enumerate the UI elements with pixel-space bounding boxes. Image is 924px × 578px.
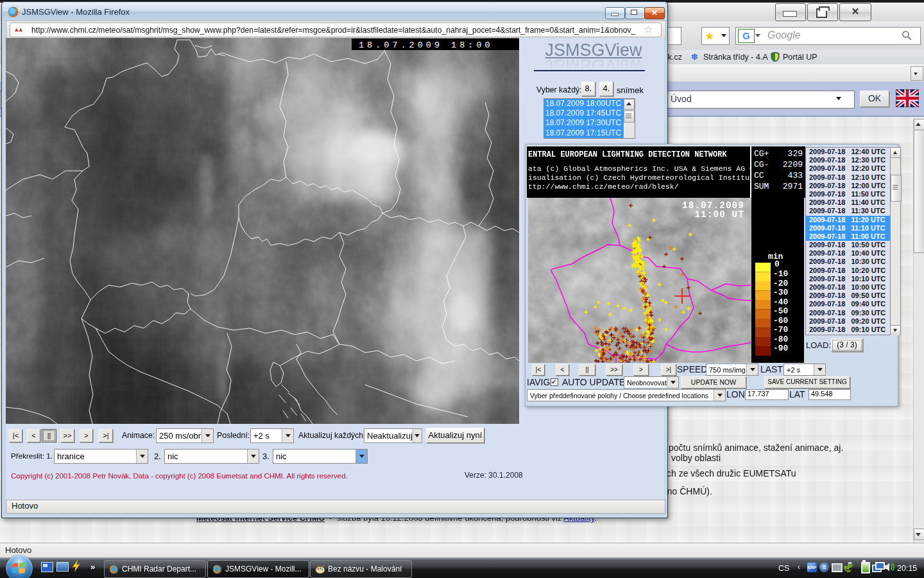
svg-text:-50: -50 bbox=[773, 306, 789, 316]
svg-text:-80: -80 bbox=[773, 335, 789, 344]
svg-text:-10: -10 bbox=[773, 269, 789, 279]
svg-text:-30: -30 bbox=[773, 288, 789, 297]
svg-text:-20: -20 bbox=[773, 279, 789, 288]
svg-text:-60: -60 bbox=[773, 316, 789, 326]
svg-text:0: 0 bbox=[774, 259, 780, 269]
svg-text:-70: -70 bbox=[773, 325, 789, 335]
svg-text:18.07.2009 18:00: 18.07.2009 18:00 bbox=[359, 40, 493, 50]
svg-text:11:00 UT: 11:00 UT bbox=[694, 209, 744, 220]
svg-text:-40: -40 bbox=[773, 297, 789, 307]
svg-text:-90: -90 bbox=[773, 344, 789, 353]
